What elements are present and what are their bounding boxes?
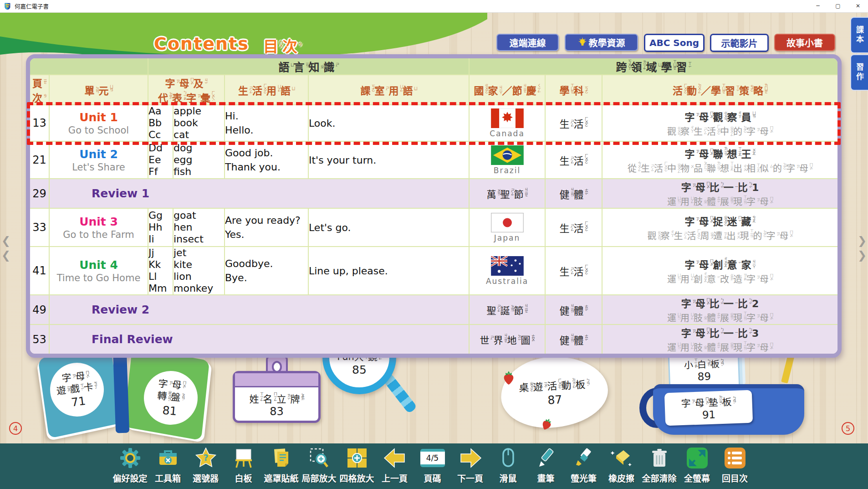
- maximize-button[interactable]: ▢: [828, 0, 848, 12]
- toc-cell-activity: 字ㄗˋ母ㄇㄨˇ比ㄅㄧˇ一ㄧ比ㄅㄧˇ 3運ㄩㄣˋ用ㄩㄥˋ肢ㄓ體ㄊㄧˇ展ㄓㄢˇ現ㄒㄧ…: [602, 325, 837, 354]
- deco-game-board[interactable]: 桌ㄓㄨㄛ遊ㄧㄡˊ活ㄏㄨㄛˊ動ㄉㄨㄥˋ板ㄅㄢˇ 87: [501, 357, 613, 432]
- toolbar-sticker-button[interactable]: 遮罩貼紙: [262, 443, 300, 489]
- toc-row-review-1[interactable]: 29Review 1萬ㄨㄢˋ聖ㄕㄥˋ節ㄐㄧㄝˊ健ㄐㄧㄢˋ體ㄊㄧˇ字ㄗˋ母ㄇㄨˇ比…: [30, 179, 837, 209]
- toolbox-icon: [158, 445, 179, 471]
- toc-cell-unit: Unit 3Go to the Farm: [50, 209, 148, 247]
- toolbar-pen-button[interactable]: 畫筆: [527, 443, 565, 489]
- toc-cell-unit: Unit 2Let's Share: [50, 142, 148, 179]
- toc-cell-country: Brazil: [470, 142, 546, 179]
- prefs-icon: [120, 445, 141, 471]
- story-book-button[interactable]: 故事小書: [774, 34, 835, 51]
- toolbar-eraser-label: 橡皮擦: [608, 472, 634, 484]
- toolbar-sticker-label: 遮罩貼紙: [264, 472, 298, 484]
- contents-title-zh: 目ㄇㄨˋ次ㄘˋ: [263, 35, 301, 57]
- toc-table-wrap: 語ㄩˇ言ㄧㄢˊ知ㄓ識ㄕˋ跨ㄎㄨㄚˋ領ㄌㄧㄥˇ域ㄩˋ學ㄒㄩㄝˊ習ㄒㄧˊ頁ㄧㄝˋ次ㄘ…: [26, 54, 842, 358]
- letter-mat-card: 字ㄗˋ母ㄇㄨˇ墊ㄉㄧㄢˋ板ㄅㄢˇ 91: [664, 390, 753, 426]
- book-spine: [113, 349, 129, 433]
- close-button[interactable]: ✕: [848, 0, 868, 12]
- page-forward-arrows[interactable]: ❯❯: [858, 235, 867, 261]
- deco-open-book[interactable]: 字ㄗˋ母ㄇㄨˇ 遊ㄧㄡˊ戲ㄒㄧˋ卡ㄎㄚˇ 71 字ㄗˋ母ㄇㄨˇ 轉ㄓㄨㄢˇ盤ㄆㄢ…: [40, 345, 222, 438]
- remote-connect-button[interactable]: 遠端連線: [496, 34, 559, 51]
- toc-group-cross: 跨ㄎㄨㄚˋ領ㄌㄧㄥˇ域ㄩˋ學ㄒㄩㄝˊ習ㄒㄧˊ: [470, 58, 837, 75]
- prevpage-icon: [383, 445, 406, 471]
- fullscreen-icon: [686, 445, 708, 471]
- page-back-arrows[interactable]: ❮❮: [1, 235, 10, 261]
- toc-cell-page: 33: [30, 209, 50, 247]
- toolbar-prevpage-label: 上一頁: [382, 472, 408, 484]
- toolbar-zoomgrid-label: 四格放大: [339, 472, 374, 484]
- toc-row-final-review[interactable]: 53Final Review世ㄕˋ界ㄐㄧㄝˋ地ㄉㄧˋ圖ㄊㄨˊ健ㄐㄧㄢˋ體ㄊㄧˇ字…: [30, 325, 837, 354]
- toc-cell-life-phrases: Hi.Hello.: [225, 105, 309, 142]
- lightbulb-icon: [578, 38, 587, 47]
- toc-cell-words: goatheninsect: [174, 209, 225, 247]
- toc-cell-festival: 世ㄕˋ界ㄐㄧㄝˋ地ㄉㄧˋ圖ㄊㄨˊ: [470, 325, 546, 354]
- minimize-button[interactable]: ─: [808, 0, 828, 12]
- toolbar-prefs-button[interactable]: 偏好設定: [111, 443, 149, 489]
- toc-cell-activity: 字ㄗˋ母ㄇㄨˇ創ㄔㄨㄤˋ意ㄧˋ家ㄐㄧㄚ運ㄩㄣˋ用ㄩㄥˋ創ㄔㄨㄤˋ意ㄧˋ改ㄍㄞˇ造…: [602, 247, 837, 295]
- toolbar-zoomlocal-label: 局部放大: [301, 472, 336, 484]
- zoomgrid-icon: [347, 445, 368, 471]
- tab-textbook[interactable]: 課本: [850, 17, 868, 53]
- letter-mat-page: 91: [665, 407, 753, 422]
- left-corner-page-number: 4: [9, 422, 22, 435]
- toolbar-highlighter-button[interactable]: 螢光筆: [565, 443, 602, 489]
- toolbar-prevpage-button[interactable]: 上一頁: [376, 443, 414, 489]
- toolbar-mouse-button[interactable]: 滑鼠: [489, 443, 527, 489]
- toolbar-toolbox-label: 工具箱: [155, 472, 181, 484]
- whiteboard-icon: [233, 445, 255, 471]
- toc-cell-life-phrases: Goodbye.Bye.: [225, 247, 309, 295]
- toolbar-fullscreen-button[interactable]: 全螢幕: [678, 443, 716, 489]
- toc-row-unit-3[interactable]: 33Unit 3Go to the FarmGgHhIigoatheninsec…: [30, 209, 837, 247]
- toc-cell-life-phrases: Good job.Thank you.: [225, 142, 309, 179]
- highlighter-icon: [573, 445, 594, 471]
- remote-connect-label: 遠端連線: [510, 36, 546, 49]
- toolbar-pagenum-button[interactable]: 4/5頁碼: [414, 443, 451, 489]
- strawberry-icon: [502, 370, 516, 385]
- toc-cell-subject: 健ㄐㄧㄢˋ體ㄊㄧˇ: [546, 295, 602, 325]
- toolbar-nextpage-button[interactable]: 下一頁: [451, 443, 489, 489]
- toc-cell-letters: DdEeFf: [148, 142, 174, 179]
- toc-cell-activity: 字ㄗˋ母ㄇㄨˇ觀ㄍㄨㄢ察ㄔㄚˊ員ㄩㄢˊ觀ㄍㄨㄢ察ㄔㄚˊ生ㄕㄥ活ㄏㄨㄛˊ中ㄓㄨㄥ的…: [602, 105, 837, 142]
- picker-icon: ?: [195, 445, 217, 471]
- toc-table: 語ㄩˇ言ㄧㄢˊ知ㄓ識ㄕˋ跨ㄎㄨㄚˋ領ㄌㄧㄥˇ域ㄩˋ學ㄒㄩㄝˊ習ㄒㄧˊ頁ㄧㄝˋ次ㄘ…: [26, 54, 842, 358]
- toc-cell-country: Japan: [470, 209, 546, 247]
- teaching-resources-button[interactable]: 教學資源: [565, 34, 638, 51]
- demo-video-button[interactable]: 示範影片: [710, 34, 769, 52]
- toolbar-whiteboard-label: 白板: [235, 472, 252, 484]
- tab-workbook[interactable]: 習作: [850, 54, 868, 91]
- toolbar-toolbox-button[interactable]: 工具箱: [149, 443, 187, 489]
- deco-name-stand[interactable]: 姓ㄒㄧㄥˋ名ㄇㄧㄥˊ立ㄌㄧˋ牌ㄆㄞˊ 83: [233, 355, 319, 422]
- toc-cell-classroom-phrases: It's your turn.: [309, 142, 470, 179]
- abc-song-label: ABC Song: [649, 37, 699, 48]
- page-indicator[interactable]: 4/5: [420, 449, 445, 467]
- toc-row-unit-4[interactable]: 41Unit 4Time to Go HomeJjKkLlMmjetkiteli…: [30, 247, 837, 295]
- col-header-page: 頁ㄧㄝˋ次ㄘˋ: [30, 75, 50, 105]
- bottom-toolbar: 偏好設定工具箱?選號器白板遮罩貼紙局部放大四格放大上一頁4/5頁碼下一頁滑鼠畫筆…: [0, 443, 868, 489]
- game-board-blob: 桌ㄓㄨㄛ遊ㄧㄡˊ活ㄏㄨㄛˊ動ㄉㄨㄥˋ板ㄅㄢˇ 87: [499, 354, 610, 430]
- toolbar-zoomgrid-button[interactable]: 四格放大: [338, 443, 376, 489]
- toc-cell-subject: 生ㄕㄥ活ㄏㄨㄛˊ: [546, 209, 602, 247]
- toc-cell-review: Final Review: [50, 325, 470, 354]
- svg-text:?: ?: [203, 453, 208, 463]
- toc-row-unit-1[interactable]: 13Unit 1Go to SchoolAaBbCcapplebookcatHi…: [30, 105, 837, 142]
- clearall-icon: [650, 445, 669, 471]
- game-cards-page: 71: [71, 394, 87, 409]
- abc-song-button[interactable]: ABC Song: [644, 34, 705, 52]
- toc-cell-letters: AaBbCc: [148, 105, 174, 142]
- toolbar-eraser-button[interactable]: 橡皮擦: [602, 443, 640, 489]
- col-header-subject: 學ㄒㄩㄝˊ科ㄎㄜ: [546, 75, 602, 105]
- toc-row-review-2[interactable]: 49Review 2聖ㄕㄥˋ誕ㄉㄢˋ節ㄐㄧㄝˊ健ㄐㄧㄢˋ體ㄊㄧˇ字ㄗˋ母ㄇㄨˇ比…: [30, 295, 837, 325]
- toc-cell-classroom-phrases: Look.: [309, 105, 470, 142]
- toolbar-zoomlocal-button[interactable]: 局部放大: [300, 443, 338, 489]
- toolbar-picker-label: 選號器: [193, 472, 219, 484]
- toolbar-clearall-button[interactable]: 全部清除: [640, 443, 678, 489]
- toolbar-backtoc-button[interactable]: 回目次: [716, 443, 754, 489]
- letter-spinner-page: 81: [162, 403, 177, 418]
- small-whiteboard-page: 89: [670, 369, 739, 383]
- toc-row-unit-2[interactable]: 21Unit 2Let's ShareDdEeFfdogeggfishGood …: [30, 142, 837, 179]
- flag-australia-icon: [491, 256, 524, 276]
- toc-cell-activity: 字ㄗˋ母ㄇㄨˇ比ㄅㄧˇ一ㄧ比ㄅㄧˇ 1運ㄩㄣˋ用ㄩㄥˋ肢ㄓ體ㄊㄧˇ展ㄓㄢˇ現ㄒㄧ…: [602, 179, 837, 209]
- toolbar-picker-button[interactable]: ?選號器: [187, 443, 225, 489]
- toolbar-whiteboard-button[interactable]: 白板: [225, 443, 262, 489]
- toc-cell-words: jetkitelionmonkey: [174, 247, 225, 295]
